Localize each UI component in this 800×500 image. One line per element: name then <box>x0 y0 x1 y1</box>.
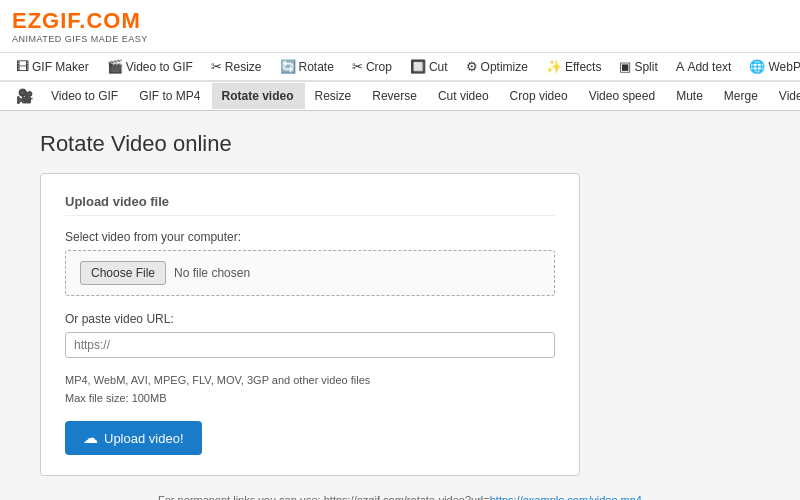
sub-nav-video-icon: 🎥 <box>8 82 41 110</box>
file-input-row: Choose File No file chosen <box>65 250 555 296</box>
footer-link[interactable]: https://example.com/video.mp4 <box>490 494 642 500</box>
upload-box: Upload video file Select video from your… <box>40 173 580 476</box>
sub-nav-mute[interactable]: Mute <box>666 83 714 109</box>
header: EZGIF.COM ANIMATED GIFS MADE EASY <box>0 0 800 53</box>
upload-btn-label: Upload video! <box>104 431 184 446</box>
nav-gif-maker-label: GIF Maker <box>32 60 89 74</box>
resize-icon: ✂ <box>211 59 222 74</box>
nav-effects[interactable]: ✨ Effects <box>538 53 609 80</box>
gif-maker-icon: 🎞 <box>16 59 29 74</box>
logo-subtext: ANIMATED GIFS MADE EASY <box>12 34 788 44</box>
nav-webp[interactable]: 🌐 WebP <box>741 53 800 80</box>
nav-crop-label: Crop <box>366 60 392 74</box>
nav-split[interactable]: ▣ Split <box>611 53 665 80</box>
video-to-gif-icon: 🎬 <box>107 59 123 74</box>
footer-text: For permanent links you can use: https:/… <box>158 494 490 500</box>
nav-split-label: Split <box>634 60 657 74</box>
nav-resize[interactable]: ✂ Resize <box>203 53 270 80</box>
sub-nav-crop-video[interactable]: Crop video <box>500 83 579 109</box>
nav-optimize[interactable]: ⚙ Optimize <box>458 53 536 80</box>
optimize-icon: ⚙ <box>466 59 478 74</box>
effects-icon: ✨ <box>546 59 562 74</box>
page-title: Rotate Video online <box>40 131 760 157</box>
formats-text: MP4, WebM, AVI, MPEG, FLV, MOV, 3GP and … <box>65 372 555 407</box>
sub-nav-cut-video[interactable]: Cut video <box>428 83 500 109</box>
nav-optimize-label: Optimize <box>481 60 528 74</box>
nav-add-text-label: Add text <box>687 60 731 74</box>
sub-nav-video-speed[interactable]: Video speed <box>579 83 667 109</box>
sub-nav-reverse[interactable]: Reverse <box>362 83 428 109</box>
sub-nav-gif-to-mp4[interactable]: GIF to MP4 <box>129 83 211 109</box>
upload-button[interactable]: ☁ Upload video! <box>65 421 202 455</box>
sub-nav: 🎥 Video to GIF GIF to MP4 Rotate video R… <box>0 82 800 111</box>
sub-nav-resize[interactable]: Resize <box>305 83 363 109</box>
url-label: Or paste video URL: <box>65 312 555 326</box>
logo-text[interactable]: EZGIF.COM <box>12 8 788 34</box>
file-select-label: Select video from your computer: <box>65 230 555 244</box>
webp-icon: 🌐 <box>749 59 765 74</box>
formats-line1: MP4, WebM, AVI, MPEG, FLV, MOV, 3GP and … <box>65 372 555 390</box>
logo-area: EZGIF.COM ANIMATED GIFS MADE EASY <box>12 8 788 44</box>
nav-rotate[interactable]: 🔄 Rotate <box>272 53 342 80</box>
nav-gif-maker[interactable]: 🎞 GIF Maker <box>8 53 97 80</box>
footer-note: For permanent links you can use: https:/… <box>40 494 760 500</box>
sub-nav-rotate-video[interactable]: Rotate video <box>212 83 305 109</box>
nav-crop[interactable]: ✂ Crop <box>344 53 400 80</box>
cut-icon: 🔲 <box>410 59 426 74</box>
nav-effects-label: Effects <box>565 60 601 74</box>
page-content: Rotate Video online Upload video file Se… <box>0 111 800 500</box>
nav-cut-label: Cut <box>429 60 448 74</box>
upload-box-title: Upload video file <box>65 194 555 216</box>
main-nav: 🎞 GIF Maker 🎬 Video to GIF ✂ Resize 🔄 Ro… <box>0 53 800 82</box>
file-chosen-text: No file chosen <box>174 266 250 280</box>
sub-nav-video-to-jpg[interactable]: Video to JPG <box>769 83 800 109</box>
split-icon: ▣ <box>619 59 631 74</box>
nav-cut[interactable]: 🔲 Cut <box>402 53 456 80</box>
nav-rotate-label: Rotate <box>299 60 334 74</box>
rotate-icon: 🔄 <box>280 59 296 74</box>
nav-video-to-gif-label: Video to GIF <box>126 60 193 74</box>
add-text-icon: A <box>676 59 685 74</box>
nav-add-text[interactable]: A Add text <box>668 53 740 80</box>
sub-nav-video-to-gif[interactable]: Video to GIF <box>41 83 129 109</box>
sub-nav-merge[interactable]: Merge <box>714 83 769 109</box>
choose-file-button[interactable]: Choose File <box>80 261 166 285</box>
upload-icon: ☁ <box>83 429 98 447</box>
formats-line2: Max file size: 100MB <box>65 390 555 408</box>
url-input[interactable] <box>65 332 555 358</box>
nav-video-to-gif[interactable]: 🎬 Video to GIF <box>99 53 201 80</box>
nav-resize-label: Resize <box>225 60 262 74</box>
nav-webp-label: WebP <box>768 60 800 74</box>
crop-icon: ✂ <box>352 59 363 74</box>
